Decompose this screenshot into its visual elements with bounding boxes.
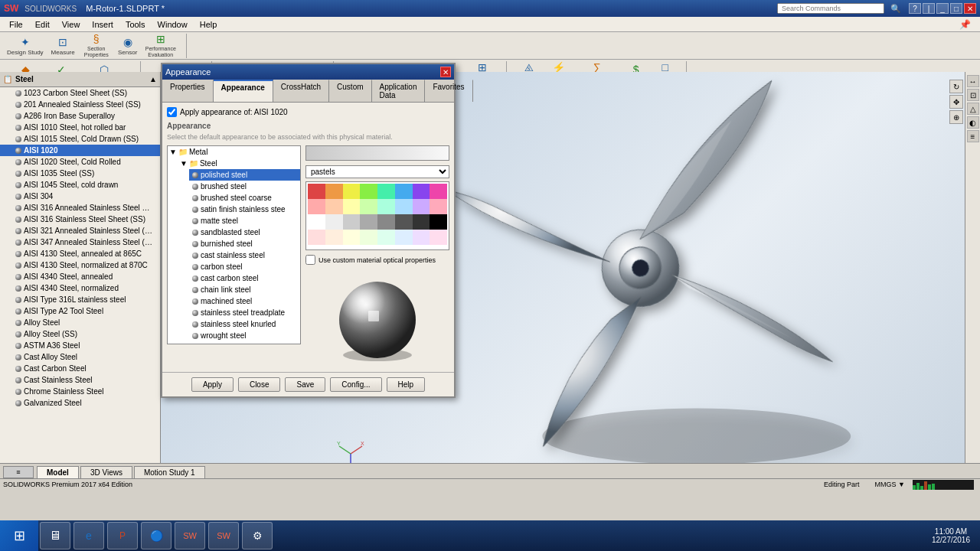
tree-machined[interactable]: machined steel: [189, 295, 300, 307]
color-pinkpastel[interactable]: [308, 230, 325, 245]
taskbar-app-pp[interactable]: P: [107, 522, 138, 549]
sensor-btn[interactable]: ◉ Sensor: [114, 34, 142, 58]
tab-3dviews[interactable]: 3D Views: [80, 466, 132, 478]
taskbar-app-sw2[interactable]: SW: [208, 522, 239, 549]
mat-aisi316l[interactable]: AISI Type 316L stainless steel: [0, 294, 160, 305]
color-red[interactable]: [308, 184, 325, 199]
tree-cast-carbon[interactable]: cast carbon steel: [189, 272, 300, 284]
rt-btn-2[interactable]: ⊡: [967, 89, 979, 101]
color-lorange[interactable]: [325, 199, 343, 214]
color-orangepastel[interactable]: [325, 230, 343, 245]
mat-castalloy[interactable]: Cast Alloy Steel: [0, 351, 160, 363]
tree-burnished[interactable]: burnished steel: [189, 238, 300, 249]
taskbar-app-chrome[interactable]: 🔵: [141, 522, 172, 549]
design-study-btn[interactable]: ✦ Design Study: [3, 34, 47, 58]
mat-aisia2[interactable]: AISI Type A2 Tool Steel: [0, 305, 160, 317]
taskbar-app-sw1[interactable]: SW: [175, 522, 205, 549]
minimize-btn[interactable]: _: [936, 3, 949, 14]
rt-btn-1[interactable]: ↔: [967, 75, 979, 87]
tree-brushed-steel-coarse[interactable]: brushed steel coarse: [189, 192, 300, 204]
tab-appearance[interactable]: Appearance: [214, 80, 273, 102]
mat-aisi4130-865[interactable]: AISI 4130 Steel, annealed at 865C: [0, 248, 160, 259]
mat-aisi4340-ann[interactable]: AISI 4340 Steel, annealed: [0, 271, 160, 282]
taskbar-app-extra[interactable]: ⚙: [242, 522, 273, 549]
tree-ss-treadplate[interactable]: stainless steel treadplate: [189, 307, 300, 318]
color-greenpastel[interactable]: [360, 230, 377, 245]
menu-insert[interactable]: Insert: [86, 18, 119, 31]
mat-a286[interactable]: A286 Iron Base Superalloy: [0, 110, 160, 122]
color-lime[interactable]: [360, 184, 377, 199]
mat-galvanized[interactable]: Galvanized Steel: [0, 397, 160, 409]
measure-btn[interactable]: ⊡ Measure: [47, 34, 79, 58]
search-input[interactable]: [777, 3, 884, 14]
mat-aisi4340-norm[interactable]: AISI 4340 Steel, normalized: [0, 282, 160, 294]
color-orange[interactable]: [325, 184, 343, 199]
menu-view[interactable]: View: [56, 18, 87, 31]
menu-window[interactable]: Window: [152, 18, 194, 31]
tab-motion-study[interactable]: Motion Study 1: [134, 466, 205, 478]
start-button[interactable]: ⊞: [0, 520, 38, 551]
mat-aisi316sheet[interactable]: AISI 316 Stainless Steel Sheet (SS): [0, 214, 160, 225]
model-tree-icon[interactable]: ≡: [3, 466, 34, 478]
tree-ss-knurled[interactable]: stainless steel knurled: [189, 318, 300, 330]
color-lmint[interactable]: [377, 199, 395, 214]
section-properties-btn[interactable]: § SectionProperties: [79, 34, 114, 58]
color-mintpastel[interactable]: [377, 230, 395, 245]
tree-carbon-steel[interactable]: carbon steel: [189, 261, 300, 272]
mat-aisi347[interactable]: AISI 347 Annealed Stainless Steel (SS): [0, 236, 160, 248]
mat-aisi1045[interactable]: AISI 1045 Steel, cold drawn: [0, 179, 160, 191]
mat-aisi304[interactable]: AISI 304: [0, 191, 160, 202]
tree-sandblasted[interactable]: sandblasted steel: [189, 227, 300, 238]
mat-aisi1020cold[interactable]: AISI 1020 Steel, Cold Rolled: [0, 156, 160, 168]
tab-custom[interactable]: Custom: [329, 80, 371, 102]
rt-btn-4[interactable]: ◐: [967, 116, 979, 129]
color-lred[interactable]: [308, 199, 325, 214]
panel-collapse-btn[interactable]: ▲: [149, 75, 157, 83]
taskbar-app-ie[interactable]: e: [74, 522, 104, 549]
toolbar-pin[interactable]: 📌: [959, 19, 971, 30]
dialog-close-btn[interactable]: ✕: [440, 67, 451, 77]
color-bluepastel[interactable]: [395, 230, 413, 245]
maximize-btn[interactable]: □: [950, 3, 962, 14]
mat-aisi1015[interactable]: AISI 1015 Steel, Cold Drawn (SS): [0, 133, 160, 145]
mat-aisi1035[interactable]: AISI 1035 Steel (SS): [0, 168, 160, 179]
tab-favorites[interactable]: Favorites: [425, 80, 472, 102]
mat-aisi1020[interactable]: AISI 1020: [0, 145, 160, 156]
apply-btn[interactable]: Apply: [191, 377, 234, 392]
tree-chrome-group[interactable]: ▶ 📁 Chrome: [178, 341, 300, 344]
mat-caststainless[interactable]: Cast Stainless Steel: [0, 374, 160, 386]
mat-1023[interactable]: 1023 Carbon Steel Sheet (SS): [0, 87, 160, 99]
view-rotate-btn[interactable]: ↻: [949, 80, 963, 93]
mat-aisi316bar[interactable]: AISI 316 Annealed Stainless Steel Bar (S: [0, 202, 160, 214]
search-icon[interactable]: 🔍: [890, 4, 901, 14]
mat-alloy[interactable]: Alloy Steel: [0, 317, 160, 328]
units-dropdown[interactable]: MMGS ▼: [875, 481, 905, 488]
rt-btn-3[interactable]: △: [967, 103, 979, 115]
color-lsky[interactable]: [395, 199, 413, 214]
menu-file[interactable]: File: [3, 18, 29, 31]
mat-201[interactable]: 201 Annealed Stainless Steel (SS): [0, 99, 160, 110]
color-rosepastel[interactable]: [430, 230, 447, 245]
help-btn[interactable]: ?: [909, 3, 921, 14]
mat-aisi1010[interactable]: AISI 1010 Steel, hot rolled bar: [0, 122, 160, 133]
color-charcoal[interactable]: [395, 214, 413, 230]
tree-matte-steel[interactable]: matte steel: [189, 215, 300, 227]
color-lpink[interactable]: [430, 199, 447, 214]
color-lyellow[interactable]: [343, 199, 361, 214]
color-midgray[interactable]: [360, 214, 377, 230]
tree-chain-link[interactable]: chain link steel: [189, 284, 300, 295]
mat-aisi4130-870[interactable]: AISI 4130 Steel, normalized at 870C: [0, 259, 160, 271]
color-yelpastel[interactable]: [343, 230, 361, 245]
mat-chrome-stainless[interactable]: Chrome Stainless Steel: [0, 386, 160, 397]
tab-model[interactable]: Model: [37, 466, 79, 478]
tree-steel-group[interactable]: ▼ 📁 Steel: [178, 158, 300, 169]
color-darkgray[interactable]: [377, 214, 395, 230]
color-scheme-dropdown[interactable]: pastels basic custom: [305, 165, 449, 178]
tab-crosshatch[interactable]: CrossHatch: [273, 80, 329, 102]
close-btn[interactable]: Close: [238, 377, 281, 392]
color-violet[interactable]: [413, 184, 430, 199]
menu-edit[interactable]: Edit: [29, 18, 56, 31]
tab-application-data[interactable]: Application Data: [372, 80, 426, 102]
tree-wrought[interactable]: wrought steel: [189, 330, 300, 341]
tab-properties[interactable]: Properties: [162, 80, 214, 102]
